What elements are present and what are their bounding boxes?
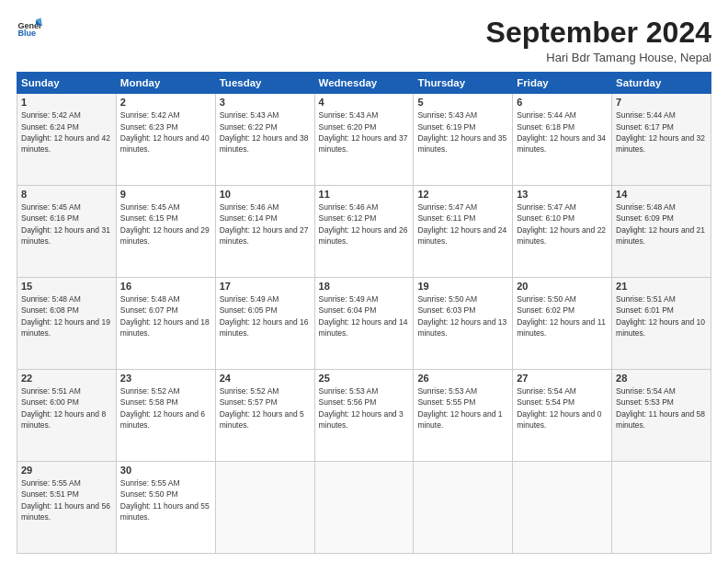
day-info: Sunrise: 5:47 AM Sunset: 6:10 PM Dayligh… [517,201,608,247]
day-number: 2 [120,97,211,108]
logo-icon: General Blue [17,17,42,42]
calendar-cell: 7 Sunrise: 5:44 AM Sunset: 6:17 PM Dayli… [612,94,711,186]
day-info: Sunrise: 5:54 AM Sunset: 5:53 PM Dayligh… [616,385,707,431]
calendar-cell [215,462,314,554]
calendar-cell: 11 Sunrise: 5:46 AM Sunset: 6:12 PM Dayl… [314,186,414,278]
day-number: 10 [220,189,311,200]
day-number: 23 [120,373,211,384]
calendar: Sunday Monday Tuesday Wednesday Thursday… [17,72,711,554]
calendar-row-1: 1 Sunrise: 5:42 AM Sunset: 6:24 PM Dayli… [17,94,711,186]
col-monday: Monday [116,73,215,94]
day-info: Sunrise: 5:43 AM Sunset: 6:19 PM Dayligh… [417,109,508,155]
day-number: 15 [21,281,112,292]
calendar-cell: 18 Sunrise: 5:49 AM Sunset: 6:04 PM Dayl… [314,278,414,370]
calendar-cell: 5 Sunrise: 5:43 AM Sunset: 6:19 PM Dayli… [414,94,513,186]
day-number: 20 [517,281,608,292]
day-number: 26 [417,373,508,384]
day-number: 21 [616,281,707,292]
day-info: Sunrise: 5:50 AM Sunset: 6:03 PM Dayligh… [417,293,508,339]
day-number: 4 [319,97,410,108]
day-info: Sunrise: 5:44 AM Sunset: 6:18 PM Dayligh… [517,109,608,155]
logo: General Blue [17,17,42,42]
day-number: 5 [417,97,508,108]
calendar-cell: 6 Sunrise: 5:44 AM Sunset: 6:18 PM Dayli… [513,94,612,186]
day-info: Sunrise: 5:48 AM Sunset: 6:07 PM Dayligh… [120,293,211,339]
day-number: 13 [517,189,608,200]
day-info: Sunrise: 5:46 AM Sunset: 6:12 PM Dayligh… [319,201,410,247]
col-tuesday: Tuesday [215,73,314,94]
day-number: 11 [319,189,410,200]
day-info: Sunrise: 5:53 AM Sunset: 5:56 PM Dayligh… [319,385,410,431]
calendar-cell: 1 Sunrise: 5:42 AM Sunset: 6:24 PM Dayli… [17,94,117,186]
day-info: Sunrise: 5:45 AM Sunset: 6:16 PM Dayligh… [21,201,112,247]
calendar-cell [414,462,513,554]
day-number: 8 [21,189,112,200]
day-number: 30 [120,465,211,476]
day-info: Sunrise: 5:51 AM Sunset: 6:00 PM Dayligh… [21,385,112,431]
calendar-row-5: 29 Sunrise: 5:55 AM Sunset: 5:51 PM Dayl… [17,462,711,554]
calendar-cell: 27 Sunrise: 5:54 AM Sunset: 5:54 PM Dayl… [513,370,612,462]
calendar-cell [612,462,711,554]
calendar-cell: 23 Sunrise: 5:52 AM Sunset: 5:58 PM Dayl… [116,370,215,462]
day-number: 16 [120,281,211,292]
day-info: Sunrise: 5:46 AM Sunset: 6:14 PM Dayligh… [220,201,311,247]
day-info: Sunrise: 5:42 AM Sunset: 6:23 PM Dayligh… [120,109,211,155]
day-number: 17 [220,281,311,292]
calendar-cell: 12 Sunrise: 5:47 AM Sunset: 6:11 PM Dayl… [414,186,513,278]
day-number: 18 [319,281,410,292]
day-number: 29 [21,465,112,476]
calendar-row-2: 8 Sunrise: 5:45 AM Sunset: 6:16 PM Dayli… [17,186,711,278]
calendar-cell: 3 Sunrise: 5:43 AM Sunset: 6:22 PM Dayli… [215,94,314,186]
day-info: Sunrise: 5:54 AM Sunset: 5:54 PM Dayligh… [517,385,608,431]
calendar-cell: 19 Sunrise: 5:50 AM Sunset: 6:03 PM Dayl… [414,278,513,370]
day-info: Sunrise: 5:43 AM Sunset: 6:22 PM Dayligh… [220,109,311,155]
day-info: Sunrise: 5:47 AM Sunset: 6:11 PM Dayligh… [417,201,508,247]
calendar-cell: 16 Sunrise: 5:48 AM Sunset: 6:07 PM Dayl… [116,278,215,370]
day-info: Sunrise: 5:45 AM Sunset: 6:15 PM Dayligh… [120,201,211,247]
day-number: 22 [21,373,112,384]
calendar-cell: 22 Sunrise: 5:51 AM Sunset: 6:00 PM Dayl… [17,370,117,462]
day-info: Sunrise: 5:43 AM Sunset: 6:20 PM Dayligh… [319,109,410,155]
calendar-cell: 21 Sunrise: 5:51 AM Sunset: 6:01 PM Dayl… [612,278,711,370]
day-info: Sunrise: 5:55 AM Sunset: 5:51 PM Dayligh… [21,477,112,523]
day-number: 1 [21,97,112,108]
day-info: Sunrise: 5:52 AM Sunset: 5:58 PM Dayligh… [120,385,211,431]
day-info: Sunrise: 5:50 AM Sunset: 6:02 PM Dayligh… [517,293,608,339]
calendar-cell [314,462,414,554]
day-number: 14 [616,189,707,200]
day-info: Sunrise: 5:51 AM Sunset: 6:01 PM Dayligh… [616,293,707,339]
day-number: 25 [319,373,410,384]
header: General Blue September 2024 Hari Bdr Tam… [17,17,711,64]
day-info: Sunrise: 5:53 AM Sunset: 5:55 PM Dayligh… [417,385,508,431]
calendar-cell: 29 Sunrise: 5:55 AM Sunset: 5:51 PM Dayl… [17,462,117,554]
day-number: 24 [220,373,311,384]
calendar-cell: 4 Sunrise: 5:43 AM Sunset: 6:20 PM Dayli… [314,94,414,186]
calendar-cell: 25 Sunrise: 5:53 AM Sunset: 5:56 PM Dayl… [314,370,414,462]
calendar-cell: 30 Sunrise: 5:55 AM Sunset: 5:50 PM Dayl… [116,462,215,554]
col-saturday: Saturday [612,73,711,94]
day-number: 7 [616,97,707,108]
calendar-cell: 20 Sunrise: 5:50 AM Sunset: 6:02 PM Dayl… [513,278,612,370]
day-number: 27 [517,373,608,384]
month-title: September 2024 [486,17,711,49]
day-info: Sunrise: 5:42 AM Sunset: 6:24 PM Dayligh… [21,109,112,155]
title-area: September 2024 Hari Bdr Tamang House, Ne… [486,17,711,64]
day-number: 12 [417,189,508,200]
day-info: Sunrise: 5:48 AM Sunset: 6:09 PM Dayligh… [616,201,707,247]
day-number: 28 [616,373,707,384]
col-friday: Friday [513,73,612,94]
calendar-cell: 8 Sunrise: 5:45 AM Sunset: 6:16 PM Dayli… [17,186,117,278]
day-number: 3 [220,97,311,108]
calendar-cell: 13 Sunrise: 5:47 AM Sunset: 6:10 PM Dayl… [513,186,612,278]
col-thursday: Thursday [414,73,513,94]
day-info: Sunrise: 5:52 AM Sunset: 5:57 PM Dayligh… [220,385,311,431]
day-info: Sunrise: 5:49 AM Sunset: 6:05 PM Dayligh… [220,293,311,339]
calendar-row-3: 15 Sunrise: 5:48 AM Sunset: 6:08 PM Dayl… [17,278,711,370]
calendar-cell: 26 Sunrise: 5:53 AM Sunset: 5:55 PM Dayl… [414,370,513,462]
calendar-cell: 17 Sunrise: 5:49 AM Sunset: 6:05 PM Dayl… [215,278,314,370]
calendar-cell: 14 Sunrise: 5:48 AM Sunset: 6:09 PM Dayl… [612,186,711,278]
calendar-cell: 15 Sunrise: 5:48 AM Sunset: 6:08 PM Dayl… [17,278,117,370]
day-info: Sunrise: 5:49 AM Sunset: 6:04 PM Dayligh… [319,293,410,339]
calendar-row-4: 22 Sunrise: 5:51 AM Sunset: 6:00 PM Dayl… [17,370,711,462]
subtitle: Hari Bdr Tamang House, Nepal [486,51,711,64]
